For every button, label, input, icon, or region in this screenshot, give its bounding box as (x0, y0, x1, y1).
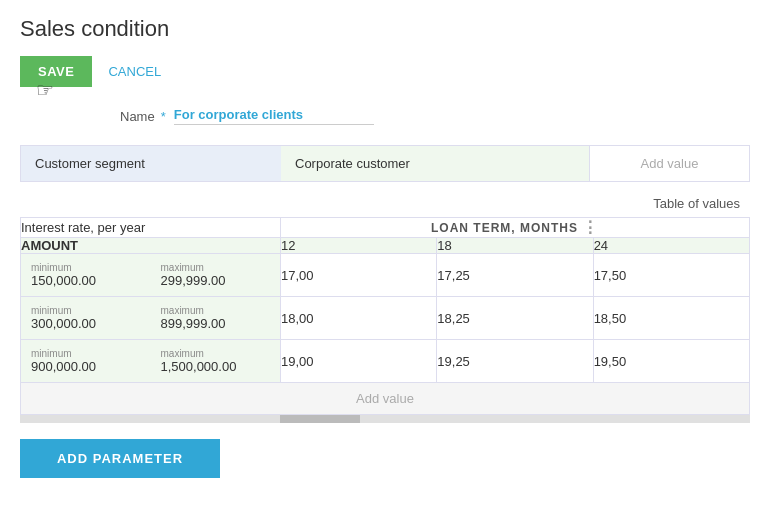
col-header-amount: Interest rate, per year (21, 218, 281, 238)
scrollbar-thumb[interactable] (280, 415, 360, 423)
value-cell[interactable]: 18,25 (437, 297, 593, 340)
values-table: Interest rate, per year LOAN TERM, MONTH… (20, 217, 750, 415)
name-label: Name (120, 109, 155, 124)
segment-label: Customer segment (21, 146, 281, 181)
table-row: minimum150,000.00maximum299,999.0017,001… (21, 254, 750, 297)
value-cell[interactable]: 17,00 (281, 254, 437, 297)
loan-term-label: LOAN TERM, MONTHS (431, 221, 578, 235)
add-value-row[interactable]: Add value (21, 383, 750, 415)
table-header-label: Table of values (20, 190, 750, 217)
value-cell[interactable]: 18,00 (281, 297, 437, 340)
month-col-12: 12 (281, 238, 437, 254)
name-value-input[interactable]: For corporate clients (174, 107, 374, 125)
name-row: Name * For corporate clients (20, 107, 750, 125)
add-value-label[interactable]: Add value (21, 383, 750, 415)
col-header-row: Interest rate, per year LOAN TERM, MONTH… (21, 218, 750, 238)
value-cell[interactable]: 18,50 (593, 297, 749, 340)
amount-cell[interactable]: minimum900,000.00maximum1,500,000.00 (21, 340, 281, 383)
table-row: minimum900,000.00maximum1,500,000.0019,0… (21, 340, 750, 383)
amount-col-label: AMOUNT (21, 238, 281, 254)
cancel-button[interactable]: CANCEL (108, 64, 161, 79)
value-cell[interactable]: 17,25 (437, 254, 593, 297)
table-section: Table of values Interest rate, per year … (20, 190, 750, 423)
month-col-18: 18 (437, 238, 593, 254)
horizontal-scrollbar[interactable] (20, 415, 750, 423)
name-required: * (161, 109, 166, 124)
segment-value[interactable]: Corporate customer (281, 146, 589, 181)
add-parameter-button[interactable]: ADD PARAMETER (20, 439, 220, 478)
amount-header-row: AMOUNT 12 18 24 (21, 238, 750, 254)
toolbar: SAVE CANCEL (20, 56, 750, 87)
value-cell[interactable]: 19,00 (281, 340, 437, 383)
segment-add-value[interactable]: Add value (589, 146, 749, 181)
column-menu-icon[interactable]: ⋮ (582, 218, 599, 237)
col-header-loan: LOAN TERM, MONTHS ⋮ (281, 218, 750, 238)
value-cell[interactable]: 17,50 (593, 254, 749, 297)
amount-cell[interactable]: minimum300,000.00maximum899,999.00 (21, 297, 281, 340)
table-row: minimum300,000.00maximum899,999.0018,001… (21, 297, 750, 340)
page-title: Sales condition (20, 16, 750, 42)
value-cell[interactable]: 19,25 (437, 340, 593, 383)
amount-cell[interactable]: minimum150,000.00maximum299,999.00 (21, 254, 281, 297)
value-cell[interactable]: 19,50 (593, 340, 749, 383)
month-col-24: 24 (593, 238, 749, 254)
segment-row: Customer segment Corporate customer Add … (20, 145, 750, 182)
save-button[interactable]: SAVE (20, 56, 92, 87)
